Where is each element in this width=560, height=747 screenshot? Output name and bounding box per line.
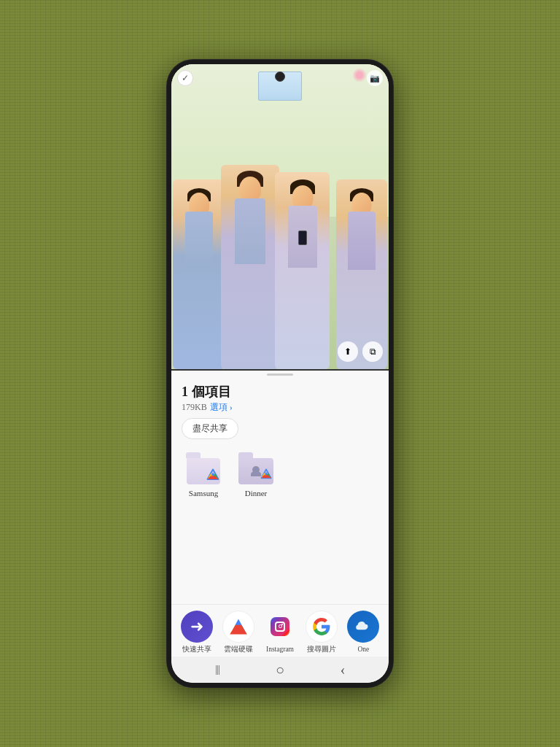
copy-icon: ⧉ xyxy=(370,347,376,357)
app-google-drive[interactable]: 雲端硬碟 xyxy=(217,611,259,654)
instagram-lens-icon xyxy=(279,624,282,628)
onedrive-svg-icon xyxy=(354,617,373,636)
google-search-label: 搜尋圖片 xyxy=(307,646,336,654)
share-sheet: 1 個項目 179KB 選項 › 盡尽共享 xyxy=(171,376,389,604)
google-icon xyxy=(306,611,338,643)
recents-icon: ||| xyxy=(215,664,219,676)
drive-account-dinner[interactable]: Dinner xyxy=(237,448,275,498)
photo-select-check[interactable]: ✓ xyxy=(177,70,193,86)
svg-marker-14 xyxy=(230,624,246,634)
instagram-camera-icon xyxy=(275,622,285,632)
onedrive-icon xyxy=(347,611,379,643)
share-photo-button[interactable]: ⬆ xyxy=(338,341,358,362)
dinner-folder-icon xyxy=(237,448,275,486)
share-all-row: 盡尽共享 xyxy=(182,418,378,439)
options-link[interactable]: 選項 › xyxy=(210,401,233,414)
recents-button[interactable]: ||| xyxy=(209,661,226,678)
bottom-screen: 1 個項目 179KB 選項 › 盡尽共享 xyxy=(171,371,389,683)
share-all-button[interactable]: 盡尽共享 xyxy=(182,418,238,439)
photo-area: ✓ 📷 ⬆ ⧉ xyxy=(171,64,389,369)
copy-photo-button[interactable]: ⧉ xyxy=(362,341,383,362)
drive-svg-icon xyxy=(228,616,249,637)
drive-app-label: 雲端硬碟 xyxy=(224,646,253,654)
instagram-label: Instagram xyxy=(266,646,294,654)
phone-device: ✓ 📷 ⬆ ⧉ xyxy=(167,60,393,687)
person-1 xyxy=(173,179,225,369)
top-screen: ✓ 📷 ⬆ ⧉ xyxy=(171,64,389,369)
back-button[interactable]: ‹ xyxy=(334,661,351,678)
share-icon: ⬆ xyxy=(344,347,351,357)
app-instagram[interactable]: Instagram xyxy=(259,611,300,654)
drive-accounts-list: Samsung xyxy=(182,448,378,498)
home-button[interactable]: ○ xyxy=(271,661,289,678)
app-onedrive[interactable]: One xyxy=(343,611,384,654)
back-icon: ‹ xyxy=(341,662,346,678)
share-subtitle: 179KB 選項 › xyxy=(182,401,378,414)
drive-app-icon xyxy=(222,611,254,643)
quick-share-icon: ➜ xyxy=(181,611,213,643)
person-2 xyxy=(221,165,279,369)
checkmark-icon: ✓ xyxy=(182,73,189,84)
drive-account-samsung[interactable]: Samsung xyxy=(184,448,222,498)
instagram-gradient-bg xyxy=(271,617,289,636)
person-3 xyxy=(275,172,330,369)
camera-icon: 📷 xyxy=(370,74,380,83)
google-svg-icon xyxy=(312,617,331,636)
photo-people xyxy=(171,64,389,369)
instagram-icon xyxy=(264,611,296,643)
dinner-account-label: Dinner xyxy=(245,489,268,498)
home-icon: ○ xyxy=(276,662,284,678)
quick-share-arrow-icon: ➜ xyxy=(190,617,203,636)
samsung-account-label: Samsung xyxy=(189,489,218,498)
quick-share-label: 快速共享 xyxy=(182,646,211,654)
drive-logo-dinner xyxy=(260,468,273,481)
drive-logo-samsung xyxy=(206,468,219,481)
person-4 xyxy=(336,179,387,369)
front-camera xyxy=(275,71,285,82)
phone-top-half: ✓ 📷 ⬆ ⧉ xyxy=(171,64,389,371)
photo-action-icons: ⬆ ⧉ xyxy=(338,341,383,362)
instagram-dot-icon xyxy=(281,624,283,625)
phone-outer-shell: ✓ 📷 ⬆ ⧉ xyxy=(167,60,393,687)
phone-bottom-half: 1 個項目 179KB 選項 › 盡尽共享 xyxy=(171,371,389,683)
photo-camera-icon[interactable]: 📷 xyxy=(367,70,383,86)
samsung-folder-icon xyxy=(184,448,222,486)
app-quick-share[interactable]: ➜ 快速共享 xyxy=(176,611,217,654)
file-size: 179KB xyxy=(182,402,207,413)
apps-row: ➜ 快速共享 xyxy=(171,605,389,657)
navigation-bar: ||| ○ ‹ xyxy=(171,657,389,683)
folder-tab xyxy=(186,452,201,458)
app-google-search[interactable]: 搜尋圖片 xyxy=(301,611,343,654)
share-title: 1 個項目 xyxy=(182,383,378,400)
onedrive-label: One xyxy=(358,646,370,654)
